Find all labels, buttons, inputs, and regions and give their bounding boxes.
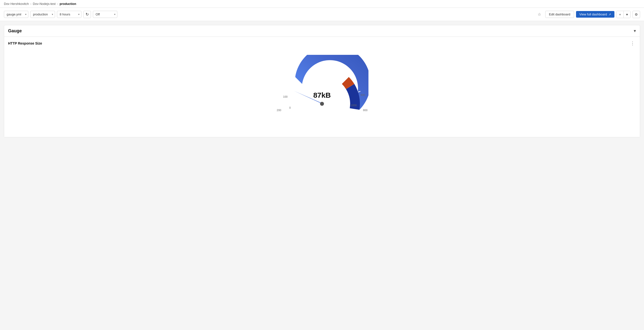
time-select-wrapper[interactable]: 8 hours 1 hour 24 hours ▾	[57, 11, 82, 18]
tick-100	[305, 90, 309, 92]
panel-body: HTTP Response Size ⋮	[4, 37, 640, 137]
edit-dashboard-button[interactable]: Edit dashboard	[545, 11, 574, 18]
panel-title: Gauge	[8, 28, 22, 34]
breadcrumb-sep-1: ›	[30, 2, 31, 6]
view-full-dashboard-button[interactable]: View full dashboard ↗	[576, 11, 614, 18]
main-content: Gauge ▾ HTTP Response Size ⋮	[0, 21, 644, 141]
gauge-label-100: 100	[283, 95, 288, 98]
major-tick-800	[360, 110, 362, 110]
gauge-svg-wrapper: 0 100 200 300 400 500 600	[276, 55, 368, 123]
breadcrumb-item-1[interactable]: Dov Hershkovitch	[4, 2, 29, 6]
gauge-value-text: 87kB	[313, 91, 331, 99]
add-button-group: + ▾	[616, 11, 630, 18]
breadcrumb-bar: Dov Hershkovitch › Dov-Nodejs-test › pro…	[0, 0, 644, 8]
external-link-icon: ↗	[608, 13, 611, 16]
panel-header: Gauge ▾	[4, 25, 640, 37]
chart-title: HTTP Response Size	[8, 41, 42, 45]
chart-more-button[interactable]: ⋮	[629, 41, 636, 46]
gauge-label-800: 800	[363, 109, 368, 112]
file-select[interactable]: gauge.yml	[4, 11, 28, 18]
gauge-needle-cap	[320, 102, 324, 106]
breadcrumb-item-3[interactable]: production	[60, 2, 76, 6]
view-full-label: View full dashboard	[580, 13, 607, 16]
env-select[interactable]: production	[30, 11, 55, 18]
refresh-button[interactable]: ↻	[83, 11, 91, 18]
major-tick-100	[284, 91, 286, 92]
gauge-svg: 0 100 200 300 400 500 600	[276, 55, 368, 118]
breadcrumb: Dov Hershkovitch › Dov-Nodejs-test › pro…	[4, 2, 76, 6]
gauge-container: 0 100 200 300 400 500 600	[8, 50, 636, 133]
auto-refresh-select[interactable]: Off 5s 10s	[93, 11, 117, 18]
add-button[interactable]: +	[616, 11, 624, 18]
gauge-label-900: 900	[361, 93, 365, 96]
panel-collapse-button[interactable]: ▾	[634, 28, 636, 34]
star-button[interactable]: ☆	[536, 10, 543, 18]
file-select-wrapper[interactable]: gauge.yml ▾	[4, 11, 28, 18]
auto-refresh-wrapper[interactable]: Off 5s 10s ▾	[93, 11, 117, 18]
major-tick-0	[294, 75, 295, 77]
major-tick-200	[282, 110, 284, 110]
add-dropdown-button[interactable]: ▾	[624, 11, 630, 18]
gauge-label-200: 200	[277, 109, 281, 112]
breadcrumb-sep-2: ›	[57, 2, 58, 6]
settings-button[interactable]: ⚙	[632, 11, 640, 18]
toolbar: gauge.yml ▾ production ▾ 8 hours 1 hour …	[0, 8, 644, 21]
time-select[interactable]: 8 hours 1 hour 24 hours	[57, 11, 82, 18]
breadcrumb-item-2[interactable]: Dov-Nodejs-test	[33, 2, 56, 6]
gauge-panel: Gauge ▾ HTTP Response Size ⋮	[4, 25, 640, 137]
gauge-label-0: 0	[289, 106, 291, 109]
gauge-label-1000: 1000	[351, 104, 357, 107]
env-select-wrapper[interactable]: production ▾	[30, 11, 55, 18]
chart-header: HTTP Response Size ⋮	[8, 41, 636, 46]
major-tick-1000	[349, 75, 350, 77]
